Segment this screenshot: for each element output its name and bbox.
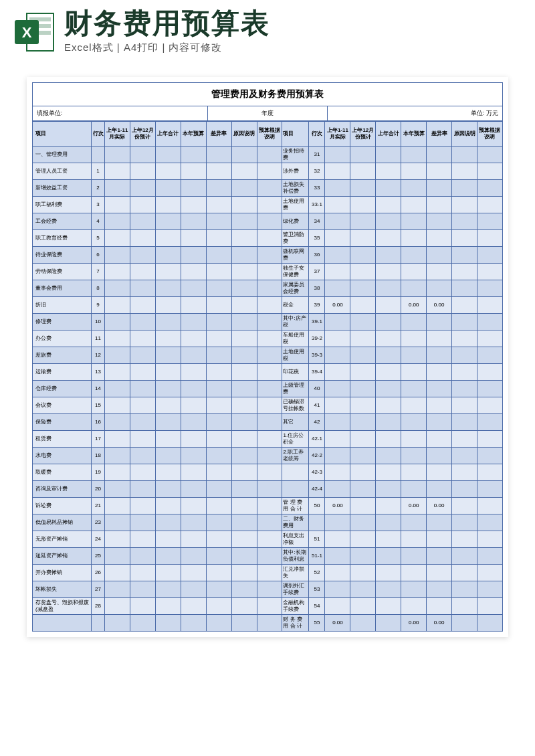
cell [477, 514, 502, 531]
cell [452, 264, 477, 280]
cell: 微机联网费 [282, 247, 309, 264]
cell [181, 147, 206, 163]
cell: 42 [309, 414, 325, 431]
cell: 咨询及审计费 [33, 481, 92, 498]
spreadsheet-preview: 管理费用及财务费用预算表 填报单位: 年度 单位: 万元 项目行次上年1-11月… [27, 77, 508, 637]
page-header: X 财务费用预算表 Excel格式 | A4打印 | 内容可修改 [0, 0, 535, 64]
table-header-row: 项目行次上年1-11月实际上年12月份预计上年合计本年预算差异率原因说明预算根据… [33, 122, 503, 147]
cell [105, 247, 130, 264]
cell: 已确销滞亏挂帐数 [282, 397, 309, 414]
cell [427, 247, 452, 264]
cell [206, 498, 231, 514]
cell: 独生子女保健费 [282, 264, 309, 280]
cell [105, 213, 130, 230]
col-header: 预算根据说明 [257, 122, 282, 147]
cell [231, 264, 257, 280]
cell: 0.00 [401, 297, 427, 314]
cell [105, 230, 130, 247]
cell [206, 314, 231, 330]
cell [231, 230, 257, 247]
cell: 50 [309, 498, 325, 514]
cell [257, 498, 282, 514]
cell [155, 481, 181, 498]
cell [130, 247, 155, 264]
cell [206, 347, 231, 364]
cell [427, 397, 452, 414]
cell: 管 理 费 用 合 计 [282, 498, 309, 514]
cell: 其中:房产税 [282, 314, 309, 330]
cell [401, 280, 427, 297]
cell [325, 314, 350, 330]
cell [155, 397, 181, 414]
cell [206, 147, 231, 163]
cell: 28 [92, 598, 105, 615]
cell [155, 598, 181, 615]
cell: 19 [92, 464, 105, 481]
cell [325, 230, 350, 247]
cell [257, 531, 282, 548]
cell: 9 [92, 297, 105, 314]
cell [350, 514, 376, 531]
table-row: 运输费13印花税39-4 [33, 364, 503, 381]
cell [350, 598, 376, 615]
cell: 5 [92, 230, 105, 247]
cell [181, 464, 206, 481]
cell [181, 598, 206, 615]
cell [452, 581, 477, 598]
cell [130, 498, 155, 514]
cell [257, 213, 282, 230]
cell [155, 615, 181, 632]
cell [325, 147, 350, 163]
cell: 40 [309, 381, 325, 397]
cell [231, 314, 257, 330]
cell: 仓库经费 [33, 381, 92, 397]
table-row: 递延资产摊销25其中:长期负债利息51-1 [33, 548, 503, 565]
cell [155, 431, 181, 448]
cell: 无形资产摊销 [33, 531, 92, 548]
cell: 土地使用税 [282, 347, 309, 364]
cell [401, 213, 427, 230]
cell [477, 531, 502, 548]
col-header: 原因说明 [231, 122, 257, 147]
cell: 35 [309, 230, 325, 247]
cell [155, 514, 181, 531]
cell [477, 163, 502, 180]
cell [105, 498, 130, 514]
table-row: 差旅费12土地使用税39-3 [33, 347, 503, 364]
cell [325, 213, 350, 230]
cell [130, 548, 155, 565]
cell [257, 147, 282, 163]
cell: 财 务 费 用 合 计 [282, 615, 309, 632]
cell [257, 615, 282, 632]
cell [206, 448, 231, 464]
cell [105, 330, 130, 347]
cell [325, 431, 350, 448]
cell [206, 297, 231, 314]
cell [155, 297, 181, 314]
cell [477, 431, 502, 448]
cell [105, 397, 130, 414]
cell [452, 280, 477, 297]
cell: 51-1 [309, 548, 325, 565]
cell [206, 414, 231, 431]
cell [376, 598, 401, 615]
cell [181, 581, 206, 598]
cell [350, 314, 376, 330]
cell: 2.职工养老统筹 [282, 448, 309, 464]
cell: 新增效益工资 [33, 180, 92, 197]
cell: 18 [92, 448, 105, 464]
cell: 其中:长期负债利息 [282, 548, 309, 565]
cell: 水电费 [33, 448, 92, 464]
cell [427, 481, 452, 498]
cell [427, 414, 452, 431]
cell [325, 448, 350, 464]
table-row: 取暖费1942-3 [33, 464, 503, 481]
cell: 21 [92, 498, 105, 514]
cell [105, 314, 130, 330]
col-header: 上年合计 [155, 122, 181, 147]
cell [181, 180, 206, 197]
cell: 39-4 [309, 364, 325, 381]
col-header: 差异率 [427, 122, 452, 147]
cell [427, 448, 452, 464]
table-row: 修理费10其中:房产税39-1 [33, 314, 503, 330]
